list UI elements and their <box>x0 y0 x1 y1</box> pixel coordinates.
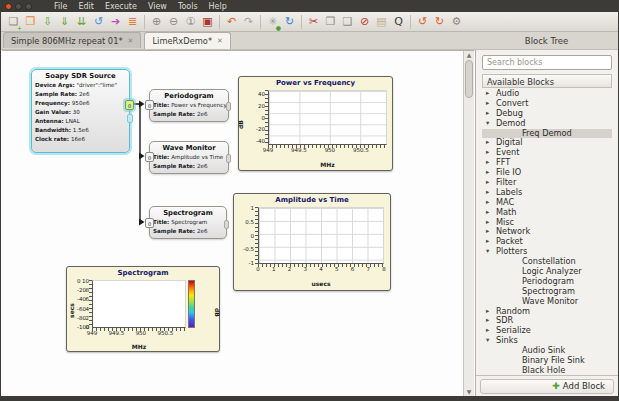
tab-close-icon[interactable]: ✕ <box>128 37 134 45</box>
tree-expander-icon[interactable] <box>486 247 496 257</box>
tick-label: 1 <box>272 266 276 272</box>
tree-expander-icon[interactable] <box>486 168 496 178</box>
tick-label: 20 <box>258 103 265 109</box>
menu-item[interactable]: Help <box>209 2 227 11</box>
toolbar-separator[interactable] <box>141 14 148 30</box>
properties-button[interactable]: ⚙ <box>448 14 465 30</box>
block-title: Periodogram <box>150 90 228 101</box>
tree-expander-icon[interactable] <box>486 326 496 336</box>
tree-expander-icon[interactable] <box>486 218 496 228</box>
fullscreen-button[interactable]: ▣ <box>199 14 216 30</box>
tree-expander-icon[interactable] <box>486 109 496 119</box>
menu-item[interactable]: Tools <box>178 2 198 11</box>
toolbar-icon-glyph: ❐ <box>326 14 336 30</box>
copy-button[interactable]: ❐ <box>322 14 339 30</box>
rotate-right-button[interactable]: ↻ <box>431 14 448 30</box>
toolbar-icon-glyph: ↺ <box>418 14 427 30</box>
toolbar-icon-glyph: ❑ <box>343 14 353 30</box>
cut-button[interactable]: ✂ <box>305 14 322 30</box>
tree-expander-icon[interactable] <box>486 336 496 346</box>
toolbar-icon-glyph: ➔ <box>111 14 120 30</box>
redo-button[interactable]: ↷ <box>240 14 257 30</box>
tick-label: 4 <box>319 266 323 272</box>
reload-file-button[interactable]: ↺ <box>90 14 107 30</box>
menu-item[interactable]: Edit <box>78 2 94 11</box>
tree-expander-icon[interactable] <box>486 307 496 317</box>
zoom-out-button[interactable]: ⊖ <box>165 14 182 30</box>
paste-button[interactable]: ❑ <box>339 14 356 30</box>
maximize-button[interactable] <box>25 3 32 10</box>
menu-item[interactable]: File <box>54 2 67 11</box>
tree-expander-icon[interactable] <box>486 208 496 218</box>
menu-item[interactable]: View <box>148 2 167 11</box>
tree-expander-icon[interactable] <box>486 138 496 148</box>
amplitude-vs-time-plot[interactable]: Amplitude vs Time 10.50-0.5-1 012345678 … <box>233 193 391 291</box>
toolbar-separator[interactable] <box>407 14 414 30</box>
find-blocks-button[interactable]: Q <box>390 14 407 30</box>
add-block-button[interactable]: ✚ Add Block <box>480 379 614 394</box>
soapy-sdr-source-block[interactable]: Soapy SDR Source Device Args: "driver":"… <box>31 69 130 153</box>
canvas-scrollbar[interactable]: ▲ ▼ <box>463 51 474 396</box>
tree-expander-icon[interactable] <box>486 198 496 208</box>
tree-expander-icon[interactable] <box>486 188 496 198</box>
periodogram-block[interactable]: Periodogram Title: Power vs FrequencySam… <box>149 89 229 122</box>
tab-simple-806mhz[interactable]: Simple 806MHz repeat 01* ✕ <box>3 32 141 48</box>
tree-expander-icon[interactable] <box>486 99 496 109</box>
save-button[interactable]: ⇩ <box>39 14 56 30</box>
scroll-down-icon[interactable]: ▼ <box>464 388 474 396</box>
tree-expander-icon[interactable] <box>486 237 496 247</box>
spectrogram-plot[interactable]: Spectrogram 1086420 949949.5950950.5 0-2… <box>66 266 220 352</box>
toolbar-icon-glyph: ↻ <box>435 14 444 30</box>
tab-close-icon[interactable]: ✕ <box>217 37 223 45</box>
tick-label: 8 <box>382 266 386 272</box>
wave-monitor-block[interactable]: Wave Monitor Title: Amplitude vs TimeSam… <box>149 141 229 174</box>
periodogram-display-tab <box>226 102 231 111</box>
undo-button[interactable]: ↶ <box>223 14 240 30</box>
power-vs-frequency-plot[interactable]: Power vs Frequency 40200-20-40 949949.59… <box>238 76 393 171</box>
save-all-button[interactable]: ⇊ <box>73 14 90 30</box>
add-block-bar: ✚ Add Block <box>476 375 618 396</box>
tree-expander-icon[interactable] <box>486 227 496 237</box>
spectrogram-block[interactable]: Spectrogram Title: SpectrogramSample Rat… <box>149 206 227 239</box>
tree-expander-icon[interactable] <box>486 158 496 168</box>
rotate-left-button[interactable]: ↺ <box>414 14 431 30</box>
tree-expander-icon[interactable] <box>486 148 496 158</box>
block-property: Title: Amplitude vs Time <box>150 153 228 162</box>
tree-expander-icon[interactable] <box>486 316 496 326</box>
minimize-button[interactable] <box>15 3 22 10</box>
toolbar-separator[interactable] <box>298 14 305 30</box>
tree-item[interactable]: Black Hole <box>482 366 612 375</box>
tree-expander-icon[interactable] <box>486 178 496 188</box>
open-file-button[interactable]: ❒ <box>22 14 39 30</box>
wave-monitor-input-port[interactable]: 0 <box>145 152 154 162</box>
view-log-button[interactable]: ≣ <box>124 14 141 30</box>
export-file-button[interactable]: ➔ <box>107 14 124 30</box>
toolbar-separator[interactable] <box>257 14 264 30</box>
search-input[interactable] <box>482 55 612 70</box>
object-properties-button[interactable]: ▤ <box>373 14 390 30</box>
tree-expander-icon[interactable] <box>486 89 496 99</box>
x-axis-ticks: 012345678 <box>258 266 384 273</box>
scroll-up-icon[interactable]: ▲ <box>464 51 474 59</box>
zoom-in-button[interactable]: ⊕ <box>148 14 165 30</box>
zoom-original-button[interactable]: ① <box>182 14 199 30</box>
spectrogram-input-port[interactable]: 0 <box>145 218 154 228</box>
delete-button[interactable]: ⊘ <box>356 14 373 30</box>
flowgraph-canvas[interactable]: Soapy SDR Source Device Args: "driver":"… <box>2 50 474 396</box>
save-as-button[interactable]: ⇓ <box>56 14 73 30</box>
menu-item[interactable]: Execute <box>105 2 137 11</box>
tree-expander-icon[interactable] <box>486 119 496 129</box>
tick-label: 1 <box>251 205 255 211</box>
tab-limerxdemo[interactable]: LimeRxDemo* ✕ <box>144 32 230 49</box>
y-axis-label: secs <box>68 303 75 318</box>
activate-topology-button[interactable]: ✳ ● <box>264 14 281 30</box>
new-file-button[interactable]: ❏ + <box>5 14 22 30</box>
scrollbar-thumb[interactable] <box>465 60 473 98</box>
periodogram-input-port[interactable]: 0 <box>145 100 154 110</box>
reload-plugins-button[interactable]: ↻ <box>281 14 298 30</box>
block-property: Gain Value: 30 <box>32 108 129 117</box>
toolbar-separator[interactable] <box>216 14 223 30</box>
close-button[interactable] <box>5 3 12 10</box>
source-output-port[interactable]: 0 <box>125 100 134 110</box>
plot-area <box>258 207 384 264</box>
